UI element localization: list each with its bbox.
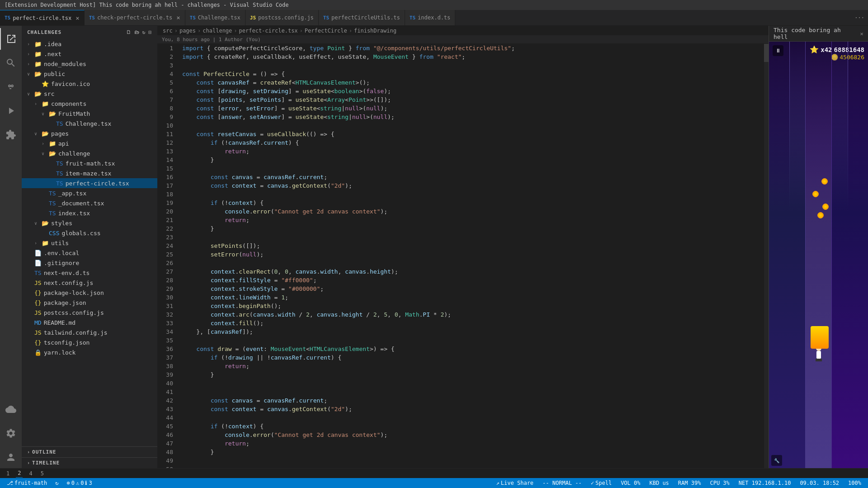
status-live-share[interactable]: ↗ Live Share (494, 480, 536, 486)
runner-legs (816, 359, 822, 361)
run-debug-icon[interactable] (0, 100, 22, 122)
cpu-text: CPU 3% (710, 480, 729, 486)
outline-label: OUTLINE (32, 449, 56, 455)
file-item-maze[interactable]: TSitem-maze.tsx (22, 168, 157, 178)
file-perfect-circle[interactable]: TSperfect-circle.tsx (22, 178, 157, 188)
folder-src[interactable]: ∨📂src (22, 89, 157, 99)
bottom-tab-1[interactable]: 1 (5, 469, 11, 478)
outline-section: › OUTLINE (22, 446, 157, 457)
activitybar (0, 26, 22, 468)
settings-icon[interactable] (0, 422, 22, 444)
status-kbd[interactable]: KBD us (647, 480, 671, 486)
outline-header[interactable]: › OUTLINE (22, 447, 157, 457)
file-readme[interactable]: MDREADME.md (22, 317, 157, 327)
datetime-text: 09.03. 18:52 (800, 480, 839, 486)
file-next-env[interactable]: TSnext-env.d.ts (22, 268, 157, 278)
folder-node-modules[interactable]: ›📁node_modules (22, 59, 157, 69)
collapse-all-icon[interactable]: ⊟ (148, 29, 152, 35)
file-app-tsx[interactable]: TS_app.tsx (22, 188, 157, 198)
folder-idea[interactable]: ›📁.idea (22, 39, 157, 49)
file-next-config[interactable]: JSnext.config.js (22, 278, 157, 288)
refresh-icon[interactable]: ↻ (142, 29, 146, 35)
titlebar: [Extension Development Host] This code b… (0, 0, 868, 10)
author-line: You, 8 hours ago | 1 Author (You) (157, 36, 769, 44)
tab-perfectcircleutils[interactable]: TS perfectCircleUtils.ts (319, 10, 405, 25)
code-editor[interactable]: 12345 678910 1112131415 1617181920 21222… (157, 44, 769, 468)
status-spell[interactable]: ✓ Spell (589, 480, 614, 486)
mode-text: -- NORMAL -- (542, 480, 582, 486)
bottom-tab-2[interactable]: 2 (16, 469, 23, 478)
status-sync[interactable]: ↻ (53, 480, 61, 486)
net-text: NET 192.168.1.10 (739, 480, 791, 486)
file-globals-css[interactable]: CSSglobals.css (22, 228, 157, 238)
game-toolbar-icon[interactable]: 🔧 (771, 455, 782, 466)
timeline-section: › TIMELINE (22, 457, 157, 468)
source-control-icon[interactable] (0, 76, 22, 98)
ram-text: RAM 39% (678, 480, 701, 486)
folder-api[interactable]: ›📁api (22, 138, 157, 148)
ts-icon: TS (410, 15, 415, 21)
game-background: ⏸ ⭐ x42 68881648 🪙 4506826 (769, 42, 868, 468)
bc-src: src (163, 28, 173, 34)
panel-close-icon[interactable]: × (860, 30, 863, 37)
code-content[interactable]: import { computePerfectCircleScore, type… (178, 44, 764, 468)
vol-text: VOL 0% (621, 480, 640, 486)
status-branch[interactable]: ⎇ fruit-math (5, 480, 49, 486)
file-favicon[interactable]: ⭐favicon.ico (22, 79, 157, 89)
folder-styles[interactable]: ∨📂styles (22, 218, 157, 228)
extensions-icon[interactable] (0, 124, 22, 146)
tab-index-d[interactable]: TS index.d.ts (405, 10, 456, 25)
folder-pages[interactable]: ∨📂pages (22, 128, 157, 138)
file-gitignore[interactable]: 📄.gitignore (22, 258, 157, 268)
tab-close-icon[interactable]: × (75, 14, 79, 22)
bottom-tab-4[interactable]: 4 (27, 469, 34, 478)
folder-utils[interactable]: ›📁utils (22, 238, 157, 248)
explorer-icon[interactable] (0, 28, 22, 50)
status-ram[interactable]: RAM 39% (676, 480, 703, 486)
folder-challenge[interactable]: ∨📂challenge (22, 148, 157, 158)
tab-more[interactable]: ··· (851, 10, 868, 25)
tab-challenge[interactable]: TS Challenge.tsx (185, 10, 245, 25)
status-zoom[interactable]: 100% (846, 480, 863, 486)
bottom-tab-5[interactable]: 5 (39, 469, 46, 478)
ts-icon: TS (323, 15, 329, 21)
timeline-header[interactable]: › TIMELINE (22, 458, 157, 468)
file-yarn-lock[interactable]: 🔒yarn.lock (22, 347, 157, 357)
minimap[interactable] (764, 44, 769, 468)
file-package-json[interactable]: {}package.json (22, 298, 157, 308)
tab-close-icon[interactable]: × (176, 14, 180, 21)
file-package-lock[interactable]: {}package-lock.json (22, 288, 157, 298)
tab-label: Challenge.tsx (198, 14, 241, 21)
content: CHALLENGES 🗋 🗁 ↻ ⊟ ›📁.idea ›📁.next ›📁no (0, 26, 868, 468)
folder-components[interactable]: ›📁components (22, 99, 157, 109)
new-file-icon[interactable]: 🗋 (126, 29, 132, 35)
file-postcss-config[interactable]: JSpostcss.config.js (22, 308, 157, 317)
status-left: ⎇ fruit-math ↻ ⊗ 0 ⚠ 0 ℹ 3 (5, 480, 94, 486)
file-env-local[interactable]: 📄.env.local (22, 248, 157, 258)
testing-icon[interactable] (0, 398, 22, 420)
tab-postcss[interactable]: JS postcss.config.js (245, 10, 319, 25)
folder-public[interactable]: ∨📂public (22, 69, 157, 79)
file-document-tsx[interactable]: TS_document.tsx (22, 198, 157, 208)
folder-next[interactable]: ›📁.next (22, 49, 157, 59)
status-vol[interactable]: VOL 0% (618, 480, 642, 486)
tab-perfect-circle[interactable]: TS perfect-circle.tsx × (0, 10, 85, 25)
file-fruit-math[interactable]: TSfruit-math.tsx (22, 158, 157, 168)
file-tsconfig[interactable]: {}tsconfig.json (22, 337, 157, 347)
search-icon[interactable] (0, 52, 22, 74)
status-errors[interactable]: ⊗ 0 ⚠ 0 ℹ 3 (64, 480, 94, 486)
file-challenge-tsx[interactable]: TSChallenge.tsx (22, 118, 157, 128)
file-tailwind-config[interactable]: JStailwind.config.js (22, 327, 157, 337)
status-net[interactable]: NET 192.168.1.10 (736, 480, 793, 486)
folder-fruitmath[interactable]: ∨📂FruitMath (22, 109, 157, 118)
branch-name: fruit-math (14, 480, 47, 486)
ts-icon: TS (190, 15, 196, 21)
tab-label: perfect-circle.tsx (13, 15, 71, 21)
bc-component: PerfectCircle (305, 28, 347, 34)
file-index-tsx[interactable]: TSindex.tsx (22, 208, 157, 218)
status-cpu[interactable]: CPU 3% (708, 480, 731, 486)
branch-icon: ⎇ (7, 480, 13, 486)
new-folder-icon[interactable]: 🗁 (134, 29, 140, 35)
tab-check-perfect-circle[interactable]: TS check-perfect-circle.ts × (85, 10, 185, 25)
account-icon[interactable] (0, 446, 22, 468)
